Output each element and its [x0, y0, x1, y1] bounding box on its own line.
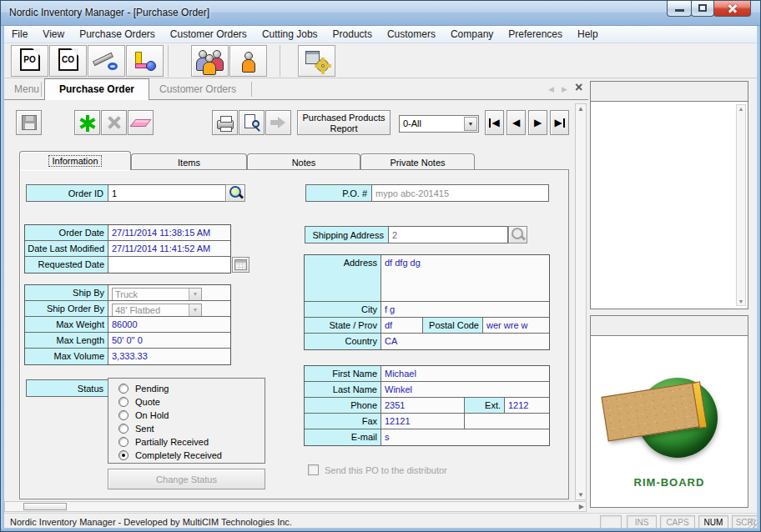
radio-row[interactable]: Sent	[118, 422, 265, 435]
shipping-address-input[interactable]: 2	[388, 226, 508, 243]
first-name-value[interactable]: Michael	[381, 366, 549, 381]
shipping-address-lookup-button[interactable]	[508, 226, 527, 243]
order-id-lookup-button[interactable]	[225, 184, 245, 202]
doc-tab-purchase-order[interactable]: Purchase Order	[44, 78, 149, 100]
postal-code-value[interactable]: wer wre w	[483, 318, 549, 333]
send-po-checkbox-row[interactable]: Send this PO to the distributor	[308, 464, 447, 475]
city-label: City	[305, 302, 381, 317]
change-status-button[interactable]: Change Status	[108, 469, 265, 489]
print-preview-button[interactable]	[239, 110, 265, 135]
menu-item-cutting-jobs[interactable]: Cutting Jobs	[255, 28, 325, 40]
dropdown-arrow-icon[interactable]: ▼	[464, 117, 477, 131]
radio-row[interactable]: Completely Received	[118, 449, 265, 462]
tab-private-notes[interactable]: Private Notes	[360, 153, 475, 170]
next-record-button[interactable]: ▶	[528, 110, 547, 135]
fax-value[interactable]: 12121	[381, 414, 465, 429]
purchase-order-module-button[interactable]: PO	[11, 45, 48, 77]
phone-value[interactable]: 2351	[381, 398, 465, 413]
hscroll-thumb[interactable]	[23, 503, 67, 510]
save-button[interactable]	[16, 110, 42, 135]
state-prov-value[interactable]: df	[381, 318, 423, 333]
side-panel-scrollbar[interactable]: ▲ ▼	[736, 104, 746, 306]
close-button[interactable]	[713, 1, 751, 17]
menu-item-purchase-orders[interactable]: Purchase Orders	[72, 28, 163, 40]
scroll-up-icon[interactable]: ▲	[576, 105, 586, 113]
radio-row[interactable]: Pending	[118, 382, 265, 395]
menu-item-preferences[interactable]: Preferences	[501, 28, 570, 40]
menu-item-file[interactable]: File	[4, 28, 35, 40]
max-volume-value[interactable]: 3,333.33	[108, 349, 230, 364]
filter-combobox[interactable]: 0-All ▼	[399, 115, 479, 133]
menu-item-products[interactable]: Products	[325, 28, 380, 40]
radio-pending[interactable]	[118, 384, 129, 394]
tab-close-icon[interactable]: ×	[575, 80, 582, 95]
po-number-input[interactable]: mypo abc-201415	[371, 184, 549, 202]
menu-item-customer-orders[interactable]: Customer Orders	[163, 28, 255, 40]
previous-record-button[interactable]: ◀	[506, 110, 526, 135]
order-id-input[interactable]: 1	[108, 184, 226, 202]
menu-item-customers[interactable]: Customers	[380, 28, 443, 40]
menu-item-view[interactable]: View	[35, 28, 72, 40]
max-length-value[interactable]: 50' 0'' 0	[108, 333, 230, 348]
scroll-down-icon[interactable]: ▼	[737, 299, 745, 304]
tab-notes[interactable]: Notes	[247, 153, 360, 170]
magnifier-disabled-icon	[510, 227, 526, 241]
print-button[interactable]	[212, 110, 238, 135]
radio-partially-received[interactable]	[118, 437, 129, 447]
scroll-up-icon[interactable]: ▲	[737, 106, 745, 112]
tab-scroll-right-icon[interactable]: ▶	[562, 85, 567, 93]
form-vertical-scrollbar[interactable]: ▲ ▼	[575, 103, 587, 500]
doc-tab-menu[interactable]: Menu	[14, 83, 39, 95]
email-value[interactable]: s	[381, 429, 549, 445]
radio-row[interactable]: Partially Received	[118, 435, 265, 449]
po-number-label: P.O. #	[305, 184, 372, 202]
status-label: Status	[26, 379, 108, 397]
menu-item-company[interactable]: Company	[443, 28, 501, 40]
minimize-button[interactable]	[667, 1, 692, 17]
settings-export-button[interactable]	[298, 45, 335, 77]
menu-item-help[interactable]: Help	[570, 28, 606, 40]
delete-record-button[interactable]	[101, 110, 127, 135]
checkbox-icon[interactable]	[308, 464, 319, 475]
doc-tab-customer-orders[interactable]: Customer Orders	[159, 83, 236, 95]
ship-order-by-combobox[interactable]: 48' Flatbed ▼	[112, 304, 202, 316]
first-record-button[interactable]: ◀	[485, 110, 504, 135]
scroll-down-icon[interactable]: ▼	[576, 491, 586, 499]
radio-row[interactable]: On Hold	[118, 409, 265, 422]
forward-button[interactable]	[265, 110, 291, 135]
radio-row[interactable]: Quote	[118, 395, 265, 409]
restore-button[interactable]	[691, 1, 714, 17]
max-weight-value[interactable]: 86000	[108, 317, 230, 332]
radio-on-hold[interactable]	[118, 410, 129, 420]
calendar-button[interactable]	[232, 257, 249, 273]
tab-scroll-left-icon[interactable]: ◀	[548, 85, 554, 93]
tab-information[interactable]: Information	[19, 151, 131, 170]
side-panel-list: ▲ ▼	[590, 81, 748, 309]
customer-order-module-button[interactable]: CO	[49, 45, 87, 77]
country-value[interactable]: CA	[381, 334, 549, 349]
customers-group-button[interactable]	[191, 45, 229, 77]
radio-sent[interactable]	[118, 424, 129, 434]
requested-date-input[interactable]	[108, 257, 230, 273]
address-value[interactable]: df dfg dg	[381, 255, 549, 301]
postal-code-label: Postal Code	[423, 318, 483, 333]
scroll-right-icon[interactable]: ▶	[579, 503, 584, 510]
clear-button[interactable]	[128, 110, 154, 135]
chart-button[interactable]	[126, 45, 164, 77]
city-value[interactable]: f g	[381, 302, 549, 317]
radio-completely-received[interactable]	[118, 450, 129, 460]
form-horizontal-scrollbar[interactable]: ▶	[4, 501, 587, 512]
radio-quote[interactable]	[118, 397, 129, 407]
side-panel-list-header	[591, 82, 748, 102]
window-border-bottom	[1, 528, 761, 531]
ext-value[interactable]: 1212	[505, 398, 549, 413]
last-record-button[interactable]: ▶	[550, 110, 569, 135]
toolbar-separator	[168, 45, 169, 77]
purchased-products-report-button[interactable]: Purchased Products Report	[297, 110, 391, 135]
key-button[interactable]	[88, 45, 125, 77]
last-name-value[interactable]: Winkel	[381, 382, 549, 397]
tab-items[interactable]: Items	[131, 153, 247, 170]
new-record-button[interactable]	[74, 110, 100, 135]
contact-button[interactable]	[229, 45, 267, 77]
ship-by-combobox[interactable]: Truck ▼	[112, 288, 202, 300]
